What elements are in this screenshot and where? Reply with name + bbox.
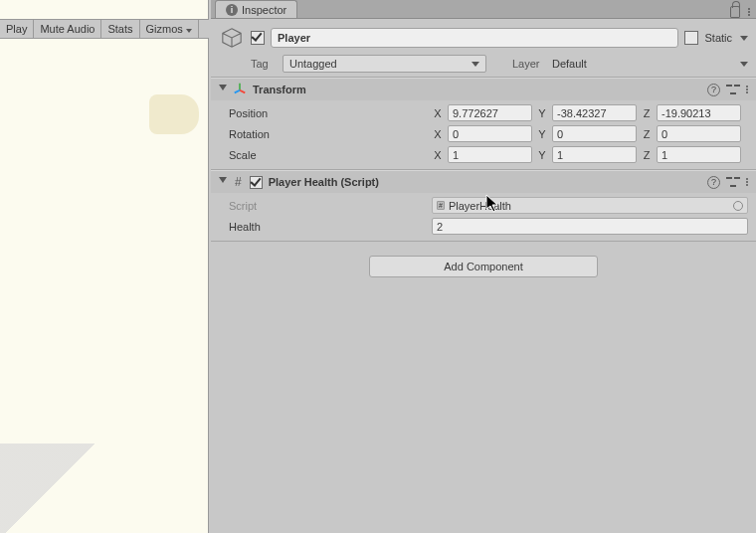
object-picker-icon[interactable] xyxy=(733,201,743,211)
preset-icon[interactable] xyxy=(726,175,740,189)
axis-x-label: X xyxy=(432,128,444,140)
scale-x-input[interactable] xyxy=(448,146,532,163)
scene-object-decoration xyxy=(149,94,199,134)
layer-value: Default xyxy=(552,58,587,70)
player-health-title: Player Health (Script) xyxy=(269,176,379,188)
inspector-tab-label: Inspector xyxy=(242,4,286,16)
position-y-input[interactable] xyxy=(552,104,637,121)
layer-dropdown[interactable]: Default xyxy=(552,58,748,70)
play-button[interactable]: Play xyxy=(0,20,34,38)
rotation-x-input[interactable] xyxy=(448,125,532,142)
player-health-component: # Player Health (Script) ? Script # Play… xyxy=(211,170,756,242)
layer-label: Layer xyxy=(512,58,546,70)
static-checkbox[interactable] xyxy=(684,31,698,45)
axis-y-label: Y xyxy=(536,107,548,119)
gameobject-name-input[interactable] xyxy=(271,28,678,48)
axis-z-label: Z xyxy=(641,107,653,119)
scale-z-input[interactable] xyxy=(657,146,741,163)
info-icon: i xyxy=(226,4,238,16)
scale-y-input[interactable] xyxy=(552,146,637,163)
component-enabled-checkbox[interactable] xyxy=(250,176,263,189)
axis-y-label: Y xyxy=(536,128,548,140)
chevron-down-icon xyxy=(472,62,479,67)
script-type-icon: # xyxy=(437,201,445,210)
inspector-tabbar: i Inspector xyxy=(211,0,756,19)
help-icon[interactable]: ? xyxy=(707,84,720,96)
tag-dropdown[interactable]: Untagged xyxy=(283,55,486,73)
svg-line-1 xyxy=(240,90,245,93)
svg-line-2 xyxy=(235,90,240,93)
health-row: Health xyxy=(219,218,748,235)
axis-x-label: X xyxy=(432,107,444,119)
lock-icon[interactable] xyxy=(730,6,740,18)
rotation-z-input[interactable] xyxy=(657,125,741,142)
panel-menu-icon[interactable] xyxy=(748,8,750,16)
static-label: Static xyxy=(704,32,732,44)
scale-row: Scale X Y Z xyxy=(219,146,748,163)
gizmos-dropdown[interactable]: Gizmos xyxy=(140,20,199,38)
health-label: Health xyxy=(219,221,428,233)
rotation-row: Rotation X Y Z xyxy=(219,125,748,142)
gameobject-header: Static Tag Untagged Layer Default xyxy=(211,19,756,78)
component-menu-icon[interactable] xyxy=(746,86,748,93)
rotation-label: Rotation xyxy=(219,128,428,140)
axis-z-label: Z xyxy=(641,128,653,140)
inspector-tab[interactable]: i Inspector xyxy=(215,0,297,18)
scene-shadow-decoration xyxy=(0,444,99,533)
gameobject-active-checkbox[interactable] xyxy=(251,31,265,45)
stats-button[interactable]: Stats xyxy=(101,20,139,38)
health-input[interactable] xyxy=(432,218,748,235)
gameobject-cube-icon[interactable] xyxy=(219,25,245,51)
help-icon[interactable]: ? xyxy=(707,176,720,189)
tag-value: Untagged xyxy=(289,58,337,70)
player-health-header[interactable]: # Player Health (Script) ? xyxy=(211,171,756,193)
position-x-input[interactable] xyxy=(448,104,532,121)
scale-label: Scale xyxy=(219,149,428,161)
preset-icon[interactable] xyxy=(726,83,740,96)
script-hash-icon: # xyxy=(233,175,244,189)
axis-z-label: Z xyxy=(641,149,653,161)
foldout-icon xyxy=(219,177,227,187)
scene-toolbar: Play Mute Audio Stats Gizmos xyxy=(0,19,209,39)
script-row: Script # PlayerHealth xyxy=(219,197,748,214)
scene-view-pane: Play Mute Audio Stats Gizmos xyxy=(0,0,209,533)
static-dropdown-icon[interactable] xyxy=(740,36,748,41)
script-label: Script xyxy=(219,200,428,212)
script-object-field[interactable]: # PlayerHealth xyxy=(432,197,748,214)
component-menu-icon[interactable] xyxy=(746,178,748,186)
position-row: Position X Y Z xyxy=(219,104,748,121)
mute-audio-button[interactable]: Mute Audio xyxy=(34,20,101,38)
position-label: Position xyxy=(219,107,428,119)
position-z-input[interactable] xyxy=(657,104,741,121)
inspector-panel: i Inspector Static Tag Untagged Laye xyxy=(211,0,756,533)
tag-label: Tag xyxy=(251,58,277,70)
transform-title: Transform xyxy=(253,84,306,95)
script-value: PlayerHealth xyxy=(449,200,511,212)
transform-header[interactable]: Transform ? xyxy=(211,79,756,100)
transform-component: Transform ? Position X Y Z Rotation X Y xyxy=(211,78,756,170)
foldout-icon xyxy=(219,85,227,94)
axis-y-label: Y xyxy=(536,149,548,161)
add-component-button[interactable]: Add Component xyxy=(369,256,598,277)
chevron-down-icon xyxy=(740,62,748,67)
axis-x-label: X xyxy=(432,149,444,161)
transform-axes-icon xyxy=(233,82,247,97)
rotation-y-input[interactable] xyxy=(552,125,637,142)
